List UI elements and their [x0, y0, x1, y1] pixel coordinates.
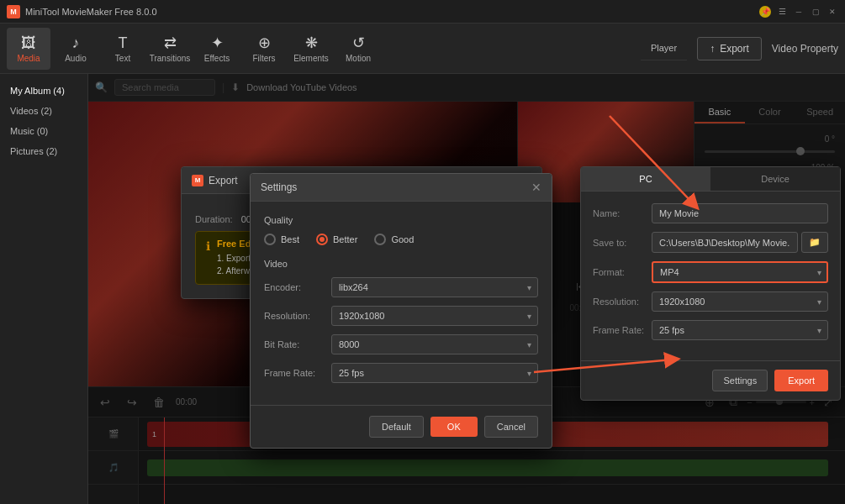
bit-rate-select-wrapper: 8000	[331, 334, 538, 354]
right-resolution-label: Resolution:	[593, 297, 652, 307]
right-resolution-select-wrapper: 1920x1080	[652, 291, 828, 312]
encoder-row: Encoder: libx264	[264, 277, 538, 297]
export-dialog-title: M Export	[192, 175, 238, 186]
toolbar-elements[interactable]: ❋ Elements	[289, 28, 333, 70]
main-area: My Album (4) Videos (2) Music (0) Pictur…	[0, 74, 845, 504]
export-button-top[interactable]: ↑ Export	[697, 37, 762, 60]
sidebar-item-music[interactable]: Music (0)	[0, 121, 87, 141]
export-icon: ↑	[710, 43, 715, 55]
left-sidebar: My Album (4) Videos (2) Music (0) Pictur…	[0, 74, 88, 504]
content-area: 🔍 | ⬇ Download YouTube Videos ⏮ ▶ ⏭	[88, 74, 845, 504]
resolution-row: Resolution: 1920x1080	[264, 306, 538, 326]
bit-rate-row: Bit Rate: 8000	[264, 334, 538, 354]
app-title: MiniTool MovieMaker Free 8.0.0	[25, 7, 759, 17]
bit-rate-select[interactable]: 8000	[331, 334, 538, 354]
video-property-label: Video Property	[772, 43, 838, 55]
file-browse-button[interactable]: 📁	[801, 232, 828, 253]
right-dialog-footer: Settings Export	[581, 360, 840, 400]
format-label: Format:	[593, 267, 652, 277]
quality-better-radio-inner	[320, 237, 325, 242]
format-select-wrapper: MP4	[652, 261, 828, 283]
settings-dialog: Settings ✕ Quality Best Better	[250, 173, 552, 449]
close-button[interactable]: ✕	[827, 6, 838, 18]
elements-icon: ❋	[305, 34, 318, 52]
menu-button[interactable]: ☰	[776, 6, 788, 18]
minimize-button[interactable]: ─	[793, 6, 805, 18]
cancel-button[interactable]: Cancel	[484, 416, 538, 438]
window-controls: 📌 ☰ ─ ▢ ✕	[759, 6, 838, 18]
right-export-button[interactable]: Export	[774, 370, 828, 391]
toolbar-transitions[interactable]: ⇄ Transitions	[148, 28, 192, 70]
motion-icon: ↺	[352, 34, 365, 52]
quality-row: Best Better Good	[264, 234, 538, 245]
quality-good[interactable]: Good	[374, 234, 414, 245]
quality-better[interactable]: Better	[316, 234, 357, 245]
default-button[interactable]: Default	[369, 416, 424, 438]
settings-dialog-footer: Default OK Cancel	[251, 405, 552, 448]
right-frame-rate-label: Frame Rate:	[593, 325, 652, 335]
toolbar-media[interactable]: 🖼 Media	[7, 28, 50, 70]
sidebar-item-pictures[interactable]: Pictures (2)	[0, 141, 87, 161]
frame-rate-select[interactable]: 25 fps	[331, 363, 538, 383]
app-logo: M	[7, 5, 20, 18]
quality-best[interactable]: Best	[264, 234, 299, 245]
name-label: Name:	[593, 208, 652, 218]
settings-dialog-close[interactable]: ✕	[531, 181, 541, 194]
video-section-title: Video	[264, 259, 538, 269]
settings-dialog-title: Settings	[261, 181, 297, 193]
format-row: Format: MP4	[593, 261, 828, 283]
right-frame-rate-row: Frame Rate: 25 fps	[593, 320, 828, 340]
toolbar-text[interactable]: T Text	[101, 28, 145, 70]
frame-rate-row: Frame Rate: 25 fps	[264, 363, 538, 383]
right-settings-button[interactable]: Settings	[712, 370, 768, 391]
encoder-select-wrapper: libx264	[331, 277, 538, 297]
quality-good-radio	[374, 234, 386, 245]
toolbar-right: Player ↑ Export Video Property	[641, 36, 838, 60]
frame-rate-label: Frame Rate:	[264, 368, 331, 378]
text-icon: T	[119, 34, 128, 52]
settings-dialog-content: Quality Best Better Good	[251, 202, 552, 405]
maximize-button[interactable]: ▢	[810, 6, 821, 18]
quality-best-radio	[264, 234, 276, 245]
toolbar-filters[interactable]: ⊕ Filters	[242, 28, 286, 70]
right-tab-pc[interactable]: PC	[581, 167, 710, 191]
player-label: Player	[641, 36, 687, 60]
quality-best-label: Best	[281, 234, 299, 244]
quality-section-title: Quality	[264, 215, 538, 225]
save-to-row: Save to: 📁	[593, 232, 828, 253]
right-dialog-tabs: PC Device	[581, 167, 840, 192]
toolbar-effects[interactable]: ✦ Effects	[195, 28, 239, 70]
notice-icon: ℹ	[206, 239, 210, 253]
right-resolution-select[interactable]: 1920x1080	[652, 291, 828, 312]
save-to-input[interactable]	[652, 232, 798, 253]
duration-label: Duration:	[195, 214, 233, 224]
encoder-select[interactable]: libx264	[331, 277, 538, 297]
title-bar: M MiniTool MovieMaker Free 8.0.0 📌 ☰ ─ ▢…	[0, 0, 845, 24]
ok-button[interactable]: OK	[430, 417, 478, 437]
encoder-label: Encoder:	[264, 282, 331, 292]
pin-button[interactable]: 📌	[759, 6, 771, 18]
toolbar-motion[interactable]: ↺ Motion	[336, 28, 380, 70]
right-resolution-row: Resolution: 1920x1080	[593, 291, 828, 312]
format-select[interactable]: MP4	[652, 261, 828, 283]
quality-good-label: Good	[391, 234, 414, 244]
effects-icon: ✦	[211, 34, 224, 52]
name-row: Name:	[593, 203, 828, 223]
audio-icon: ♪	[72, 34, 80, 52]
save-to-label: Save to:	[593, 238, 652, 248]
export-dialog-logo: M	[192, 175, 203, 186]
right-tab-device[interactable]: Device	[710, 167, 840, 191]
right-frame-rate-select-wrapper: 25 fps	[652, 320, 828, 340]
quality-better-label: Better	[333, 234, 357, 244]
sidebar-item-videos[interactable]: Videos (2)	[0, 101, 87, 121]
resolution-select-wrapper: 1920x1080	[331, 306, 538, 326]
media-icon: 🖼	[21, 34, 36, 52]
transitions-icon: ⇄	[164, 34, 177, 52]
resolution-select[interactable]: 1920x1080	[331, 306, 538, 326]
right-export-dialog: PC Device Name: Save to: 📁 Format:	[580, 166, 841, 401]
right-frame-rate-select[interactable]: 25 fps	[652, 320, 828, 340]
toolbar-audio[interactable]: ♪ Audio	[54, 28, 98, 70]
name-input[interactable]	[652, 203, 828, 223]
sidebar-item-my-album[interactable]: My Album (4)	[0, 81, 87, 101]
quality-better-radio	[316, 234, 328, 245]
